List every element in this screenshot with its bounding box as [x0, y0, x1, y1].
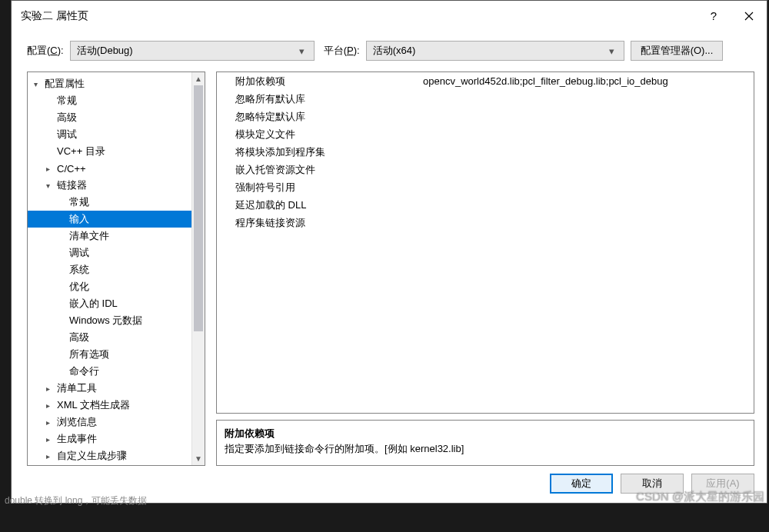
property-name: 将模块添加到程序集 — [217, 145, 423, 159]
tree-item[interactable]: 常规 — [28, 92, 191, 109]
property-name: 忽略所有默认库 — [217, 92, 423, 106]
ok-button[interactable]: 确定 — [550, 474, 613, 494]
tree-item-label: 链接器 — [57, 178, 87, 192]
description-title: 附加依赖项 — [225, 427, 746, 441]
tree-item-label: 命令行 — [69, 364, 99, 378]
property-value[interactable]: opencv_world452d.lib;pcl_filter_debug.li… — [423, 75, 754, 87]
tree-toggle-collapsed-icon[interactable]: ▸ — [46, 435, 57, 444]
tree-item[interactable]: 调试 — [28, 244, 191, 261]
property-name: 程序集链接资源 — [217, 216, 423, 230]
property-tree: ▾配置属性常规高级调试VC++ 目录▸C/C++▾链接器常规输入清单文件调试系统… — [28, 72, 191, 465]
tree-item[interactable]: 调试 — [28, 126, 191, 143]
property-row[interactable]: 强制符号引用 — [217, 178, 754, 196]
tree-item-label: 配置属性 — [45, 77, 85, 91]
background-text: double 转换到 long，可能丢失数据 — [5, 494, 147, 507]
property-row[interactable]: 忽略所有默认库 — [217, 90, 754, 108]
property-name: 延迟加载的 DLL — [217, 198, 423, 212]
tree-toggle-collapsed-icon[interactable]: ▸ — [46, 452, 57, 461]
tree-item[interactable]: ▸XML 文档生成器 — [28, 397, 191, 414]
tree-item[interactable]: ▸自定义生成步骤 — [28, 447, 191, 464]
tree-item[interactable]: 常规 — [28, 194, 191, 211]
tree-item[interactable]: 输入 — [28, 211, 191, 228]
property-row[interactable]: 嵌入托管资源文件 — [217, 161, 754, 178]
tree-item-label: 清单文件 — [69, 229, 109, 243]
tree-item-label: VC++ 目录 — [57, 145, 105, 158]
property-row[interactable]: 将模块添加到程序集 — [217, 143, 754, 161]
configuration-manager-button[interactable]: 配置管理器(O)... — [631, 41, 724, 61]
tree-item[interactable]: 高级 — [28, 109, 191, 126]
tree-item[interactable]: ▸C/C++ — [28, 160, 191, 177]
tree-item[interactable]: 嵌入的 IDL — [28, 295, 191, 312]
tree-toggle-collapsed-icon[interactable]: ▸ — [46, 401, 57, 410]
tree-item[interactable]: 清单文件 — [28, 228, 191, 244]
property-name: 嵌入托管资源文件 — [217, 163, 423, 177]
chevron-down-icon: ▾ — [295, 45, 309, 57]
tree-item-label: 常规 — [69, 195, 89, 209]
tree-item[interactable]: ▾链接器 — [28, 177, 191, 194]
tree-scrollbar[interactable]: ▲ ▼ — [191, 72, 205, 465]
tree-item[interactable]: 系统 — [28, 261, 191, 278]
watermark: CSDN @派大星的游乐园 — [636, 490, 764, 504]
description-body: 指定要添加到链接命令行的附加项。[例如 kernel32.lib] — [225, 442, 746, 456]
tree-item-label: 系统 — [69, 263, 89, 277]
tree-item-label: 调试 — [69, 246, 89, 260]
tree-panel: ▾配置属性常规高级调试VC++ 目录▸C/C++▾链接器常规输入清单文件调试系统… — [27, 71, 205, 466]
tree-item[interactable]: ▾配置属性 — [28, 75, 191, 92]
tree-item[interactable]: 高级 — [28, 329, 191, 346]
tree-item[interactable]: ▸Code Analysis — [28, 464, 191, 465]
tree-item-label: Windows 元数据 — [69, 314, 142, 328]
tree-viewport: ▾配置属性常规高级调试VC++ 目录▸C/C++▾链接器常规输入清单文件调试系统… — [28, 72, 191, 465]
tree-item-label: 浏览信息 — [57, 415, 97, 429]
tree-toggle-expanded-icon[interactable]: ▾ — [34, 80, 45, 88]
titlebar: 实验二 属性页 ? — [12, 1, 767, 32]
property-name: 模块定义文件 — [217, 128, 423, 141]
property-row[interactable]: 延迟加载的 DLL — [217, 196, 754, 214]
tree-item-label: 清单工具 — [57, 381, 97, 395]
tree-item-label: 生成事件 — [57, 432, 97, 446]
property-pages-dialog: 实验二 属性页 ? 配置(C): 活动(Debug) ▾ 平台(P): 活动(x… — [11, 0, 767, 504]
scroll-up-button[interactable]: ▲ — [192, 72, 205, 85]
tree-item[interactable]: 所有选项 — [28, 346, 191, 363]
property-name: 忽略特定默认库 — [217, 110, 423, 124]
platform-dropdown[interactable]: 活动(x64) ▾ — [366, 41, 624, 61]
help-button[interactable]: ? — [696, 1, 731, 32]
property-grid: 附加依赖项opencv_world452d.lib;pcl_filter_deb… — [216, 71, 754, 414]
tree-item-label: XML 文档生成器 — [57, 398, 130, 412]
scroll-thumb[interactable] — [194, 85, 203, 331]
configuration-value: 活动(Debug) — [77, 44, 295, 58]
tree-toggle-expanded-icon[interactable]: ▾ — [46, 181, 57, 190]
property-name: 强制符号引用 — [217, 181, 423, 195]
tree-item-label: 高级 — [57, 111, 77, 125]
chevron-down-icon: ▾ — [605, 45, 619, 57]
tree-item-label: C/C++ — [57, 163, 86, 175]
property-row[interactable]: 忽略特定默认库 — [217, 108, 754, 125]
config-row: 配置(C): 活动(Debug) ▾ 平台(P): 活动(x64) ▾ 配置管理… — [12, 32, 767, 71]
tree-item[interactable]: ▸清单工具 — [28, 380, 191, 397]
main-area: ▾配置属性常规高级调试VC++ 目录▸C/C++▾链接器常规输入清单文件调试系统… — [12, 71, 767, 466]
property-row[interactable]: 模块定义文件 — [217, 125, 754, 143]
tree-item-label: 优化 — [69, 280, 89, 294]
platform-value: 活动(x64) — [373, 44, 605, 58]
property-name: 附加依赖项 — [217, 75, 423, 88]
tree-item[interactable]: 优化 — [28, 278, 191, 295]
config-label: 配置(C): — [27, 44, 64, 58]
tree-item-label: 高级 — [69, 331, 89, 344]
configuration-dropdown[interactable]: 活动(Debug) ▾ — [70, 41, 315, 61]
tree-item-label: 输入 — [69, 212, 89, 226]
scroll-down-button[interactable]: ▼ — [192, 452, 205, 465]
tree-item[interactable]: ▸浏览信息 — [28, 414, 191, 431]
tree-item-label: 常规 — [57, 94, 77, 108]
window-title: 实验二 属性页 — [21, 9, 696, 23]
tree-item[interactable]: ▸生成事件 — [28, 431, 191, 447]
tree-item[interactable]: VC++ 目录 — [28, 143, 191, 160]
tree-toggle-collapsed-icon[interactable]: ▸ — [46, 165, 57, 173]
close-icon — [744, 12, 754, 21]
description-box: 附加依赖项 指定要添加到链接命令行的附加项。[例如 kernel32.lib] — [216, 420, 754, 466]
tree-item[interactable]: Windows 元数据 — [28, 312, 191, 329]
close-button[interactable] — [731, 1, 767, 32]
property-row[interactable]: 附加依赖项opencv_world452d.lib;pcl_filter_deb… — [217, 72, 754, 90]
tree-item[interactable]: 命令行 — [28, 363, 191, 380]
tree-toggle-collapsed-icon[interactable]: ▸ — [46, 384, 57, 393]
tree-toggle-collapsed-icon[interactable]: ▸ — [46, 418, 57, 427]
property-row[interactable]: 程序集链接资源 — [217, 214, 754, 231]
